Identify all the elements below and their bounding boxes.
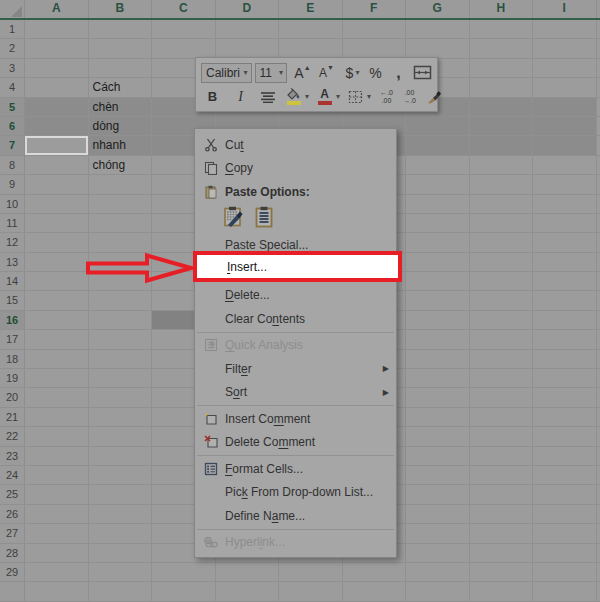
cell-a27[interactable] [25,524,89,542]
cell-g10[interactable] [406,195,470,213]
cell-i11[interactable] [533,214,597,232]
cell-g9[interactable] [406,175,470,193]
menu-item-filter[interactable]: Filter ▶ [195,357,396,381]
cell-g12[interactable] [406,233,470,251]
cell-i13[interactable] [533,253,597,271]
cell-h11[interactable] [470,214,534,232]
cell-g23[interactable] [406,447,470,465]
cell-h24[interactable] [470,466,534,484]
cell-b30[interactable] [89,582,153,600]
cell-g25[interactable] [406,485,470,503]
cell-b2[interactable] [89,39,153,57]
fill-color-button[interactable] [284,86,303,108]
cell-g19[interactable] [406,369,470,387]
cell-h18[interactable] [470,350,534,368]
cell-g22[interactable] [406,427,470,445]
cell-i1[interactable] [533,20,597,38]
cell-a17[interactable] [25,330,89,348]
select-all-corner[interactable] [0,0,25,18]
cell-g1[interactable] [406,20,470,38]
cell-a11[interactable] [25,214,89,232]
cell-b28[interactable] [89,544,153,562]
font-size-select[interactable]: 11 ▾ [255,63,288,83]
cell-g17[interactable] [406,330,470,348]
menu-item-pick-from-list[interactable]: Pick From Drop-down List... [195,481,396,505]
cell-d2[interactable] [216,39,280,57]
cell-a16[interactable] [25,311,89,329]
row-header-15[interactable]: 15 [0,291,25,309]
cell-g16[interactable] [406,311,470,329]
cell-i29[interactable] [533,563,597,581]
cell-f30[interactable] [343,582,407,600]
row-header-1[interactable]: 1 [0,20,25,38]
cell-a7[interactable] [25,136,89,154]
cell-g29[interactable] [406,563,470,581]
column-header-i[interactable]: I [533,0,597,18]
cell-g15[interactable] [406,291,470,309]
cell-g8[interactable] [406,156,470,174]
menu-item-sort[interactable]: Sort ▶ [195,381,396,405]
cell-i30[interactable] [533,582,597,600]
cell-i16[interactable] [533,311,597,329]
cell-h1[interactable] [470,20,534,38]
cell-a30[interactable] [25,582,89,600]
cell-g7[interactable] [406,136,470,154]
format-table-button[interactable] [413,62,432,84]
cell-i8[interactable] [533,156,597,174]
cell-b11[interactable] [89,214,153,232]
row-header-12[interactable]: 12 [0,233,25,251]
row-header-23[interactable]: 23 [0,447,25,465]
insert-menu-item-highlighted[interactable]: Insert... [193,251,402,282]
cell-b1[interactable] [89,20,153,38]
cell-b15[interactable] [89,291,153,309]
comma-style-button[interactable]: , [389,62,408,84]
cell-a26[interactable] [25,505,89,523]
menu-item-insert-comment[interactable]: Insert Comment [195,407,396,431]
cell-b20[interactable] [89,388,153,406]
cell-c30[interactable] [152,582,216,600]
cell-a15[interactable] [25,291,89,309]
paste-values-button[interactable] [254,206,274,232]
cell-b16[interactable] [89,311,153,329]
cell-h10[interactable] [470,195,534,213]
cell-h27[interactable] [470,524,534,542]
cell-e30[interactable] [279,582,343,600]
cell-b19[interactable] [89,369,153,387]
row-header-4[interactable]: 4 [0,78,25,96]
cell-h26[interactable] [470,505,534,523]
cell-b29[interactable] [89,563,153,581]
cell-a24[interactable] [25,466,89,484]
chevron-down-icon[interactable]: ▾ [336,92,340,101]
row-header-11[interactable]: 11 [0,214,25,232]
cell-b8[interactable]: chóng [89,156,153,174]
cell-h25[interactable] [470,485,534,503]
cell-a9[interactable] [25,175,89,193]
cell-h3[interactable] [470,59,534,77]
row-header-28[interactable]: 28 [0,544,25,562]
cell-d30[interactable] [216,582,280,600]
cell-c2[interactable] [152,39,216,57]
cell-g28[interactable] [406,544,470,562]
cell-a22[interactable] [25,427,89,445]
cell-g26[interactable] [406,505,470,523]
cell-h20[interactable] [470,388,534,406]
cell-a19[interactable] [25,369,89,387]
cell-b10[interactable] [89,195,153,213]
cell-a12[interactable] [25,233,89,251]
menu-item-cut[interactable]: Cut [195,133,396,157]
cell-b21[interactable] [89,408,153,426]
cell-i3[interactable] [533,59,597,77]
cell-h16[interactable] [470,311,534,329]
cell-h22[interactable] [470,427,534,445]
cell-g20[interactable] [406,388,470,406]
menu-item-clear-contents[interactable]: Clear Contents [195,307,396,331]
cell-f2[interactable] [343,39,407,57]
cell-a3[interactable] [25,59,89,77]
cell-h28[interactable] [470,544,534,562]
cell-b4[interactable]: Cách [89,78,153,96]
row-header-26[interactable]: 26 [0,505,25,523]
cell-b25[interactable] [89,485,153,503]
cell-h12[interactable] [470,233,534,251]
row-header-3[interactable]: 3 [0,59,25,77]
cell-i5[interactable] [533,98,597,116]
